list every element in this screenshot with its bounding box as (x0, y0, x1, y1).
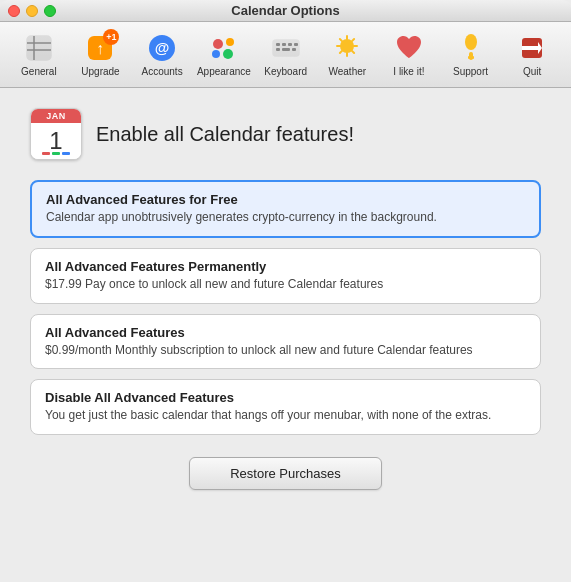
weather-icon (331, 32, 363, 64)
svg-line-27 (352, 39, 354, 41)
svg-point-8 (213, 39, 223, 49)
toolbar-item-upgrade[interactable]: ↑ +1 Upgrade (72, 28, 130, 81)
close-button[interactable] (8, 5, 20, 17)
calendar-day: 1 (49, 127, 62, 155)
support-label: Support (453, 66, 488, 77)
svg-rect-17 (282, 48, 290, 51)
svg-rect-34 (522, 46, 538, 50)
calendar-body: 1 (31, 123, 81, 159)
heart-icon (393, 32, 425, 64)
option-free[interactable]: All Advanced Features for Free Calendar … (30, 180, 541, 238)
option-disable[interactable]: Disable All Advanced Features You get ju… (30, 379, 541, 435)
weather-label: Weather (328, 66, 366, 77)
minimize-button[interactable] (26, 5, 38, 17)
traffic-lights (8, 5, 56, 17)
svg-rect-16 (276, 48, 280, 51)
general-label: General (21, 66, 57, 77)
accounts-icon: @ (146, 32, 178, 64)
maximize-button[interactable] (44, 5, 56, 17)
calendar-decoration (42, 152, 70, 155)
option-subscription-title: All Advanced Features (45, 325, 526, 340)
ilike-label: I like it! (393, 66, 424, 77)
svg-rect-19 (294, 43, 298, 46)
svg-line-26 (352, 51, 354, 53)
svg-point-9 (226, 38, 234, 46)
quit-label: Quit (523, 66, 541, 77)
toolbar: General ↑ +1 Upgrade @ Accounts (0, 22, 571, 88)
main-content: JAN 1 Enable all Calendar features! All … (0, 88, 571, 510)
options-list: All Advanced Features for Free Calendar … (30, 180, 541, 435)
toolbar-item-accounts[interactable]: @ Accounts (133, 28, 191, 81)
svg-line-25 (340, 39, 342, 41)
toolbar-item-general[interactable]: General (10, 28, 68, 81)
option-permanent-desc: $17.99 Pay once to unlock all new and fu… (45, 276, 526, 293)
option-free-desc: Calendar app unobtrusively generates cry… (46, 209, 525, 226)
title-bar: Calendar Options (0, 0, 571, 22)
svg-rect-18 (292, 48, 296, 51)
svg-point-10 (212, 50, 220, 58)
option-subscription[interactable]: All Advanced Features $0.99/month Monthl… (30, 314, 541, 370)
svg-line-28 (340, 51, 342, 53)
support-icon (455, 32, 487, 64)
toolbar-item-keyboard[interactable]: Keyboard (257, 28, 315, 81)
toolbar-item-appearance[interactable]: Appearance (195, 28, 253, 81)
restore-row: Restore Purchases (30, 457, 541, 490)
toolbar-item-ilike[interactable]: I like it! (380, 28, 438, 81)
quit-icon (516, 32, 548, 64)
restore-purchases-button[interactable]: Restore Purchases (189, 457, 382, 490)
header-row: JAN 1 Enable all Calendar features! (30, 108, 541, 160)
option-permanent[interactable]: All Advanced Features Permanently $17.99… (30, 248, 541, 304)
toolbar-item-quit[interactable]: Quit (503, 28, 561, 81)
svg-rect-31 (468, 56, 474, 59)
svg-point-29 (465, 34, 477, 50)
window-title: Calendar Options (231, 3, 339, 18)
keyboard-label: Keyboard (264, 66, 307, 77)
option-permanent-title: All Advanced Features Permanently (45, 259, 526, 274)
svg-text:@: @ (155, 39, 170, 56)
svg-text:↑: ↑ (96, 40, 104, 57)
svg-point-11 (223, 49, 233, 59)
calendar-month: JAN (31, 109, 81, 123)
svg-rect-0 (27, 36, 51, 60)
upgrade-label: Upgrade (81, 66, 119, 77)
svg-rect-14 (282, 43, 286, 46)
appearance-label: Appearance (197, 66, 251, 77)
page-title: Enable all Calendar features! (96, 123, 354, 146)
toolbar-item-weather[interactable]: Weather (318, 28, 376, 81)
calendar-icon: JAN 1 (30, 108, 82, 160)
option-disable-title: Disable All Advanced Features (45, 390, 526, 405)
option-free-title: All Advanced Features for Free (46, 192, 525, 207)
option-subscription-desc: $0.99/month Monthly subscription to unlo… (45, 342, 526, 359)
upgrade-badge: +1 (103, 29, 119, 45)
keyboard-icon (270, 32, 302, 64)
accounts-label: Accounts (142, 66, 183, 77)
option-disable-desc: You get just the basic calendar that han… (45, 407, 526, 424)
svg-rect-15 (288, 43, 292, 46)
svg-rect-13 (276, 43, 280, 46)
general-icon (23, 32, 55, 64)
toolbar-item-support[interactable]: Support (442, 28, 500, 81)
appearance-icon (208, 32, 240, 64)
upgrade-icon: ↑ +1 (84, 32, 116, 64)
